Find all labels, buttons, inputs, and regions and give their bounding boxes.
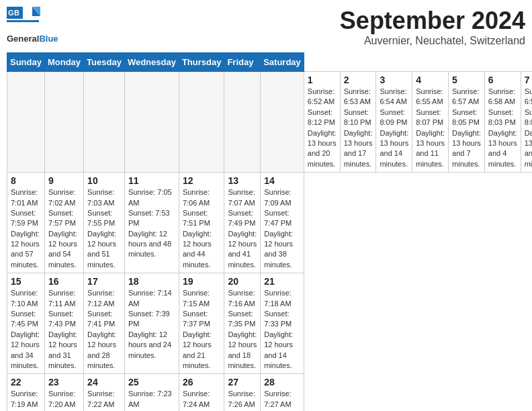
calendar-cell — [179, 72, 224, 173]
sunrise: Sunrise: 7:23 AM — [128, 390, 172, 408]
sunset: Sunset: 8:10 PM — [344, 108, 371, 126]
title-area: September 2024 Auvernier, Neuchatel, Swi… — [340, 7, 525, 47]
calendar-cell: 4 Sunrise: 6:55 AM Sunset: 8:07 PM Dayli… — [412, 72, 449, 173]
day-detail: Sunrise: 7:01 AM Sunset: 7:59 PM Dayligh… — [11, 187, 41, 270]
calendar-cell: 2 Sunrise: 6:53 AM Sunset: 8:10 PM Dayli… — [340, 72, 376, 173]
day-number: 8 — [11, 175, 41, 186]
calendar-cell — [84, 72, 125, 173]
day-detail: Sunrise: 7:12 AM Sunset: 7:41 PM Dayligh… — [87, 288, 121, 371]
calendar-cell: 13 Sunrise: 7:07 AM Sunset: 7:49 PM Dayl… — [224, 173, 261, 273]
day-number: 13 — [228, 175, 257, 186]
sunrise: Sunrise: 7:07 AM — [228, 188, 255, 206]
day-detail: Sunrise: 7:23 AM Sunset: 7:24 PM Dayligh… — [128, 389, 175, 411]
sunset: Sunset: 7:43 PM — [48, 310, 76, 328]
daylight: Daylight: 13 hours and 7 minutes. — [452, 129, 481, 168]
svg-text:G: G — [8, 9, 14, 17]
svg-rect-3 — [7, 20, 39, 22]
day-detail: Sunrise: 7:10 AM Sunset: 7:45 PM Dayligh… — [11, 288, 41, 371]
day-number: 15 — [11, 276, 41, 287]
sunset: Sunset: 7:33 PM — [264, 310, 292, 328]
sunrise: Sunrise: 7:03 AM — [87, 188, 114, 206]
day-detail: Sunrise: 6:53 AM Sunset: 8:10 PM Dayligh… — [344, 87, 373, 169]
day-detail: Sunrise: 6:52 AM Sunset: 8:12 PM Dayligh… — [308, 87, 337, 169]
sunrise: Sunrise: 7:06 AM — [183, 188, 210, 206]
sunset: Sunset: 7:39 PM — [128, 310, 170, 328]
day-detail: Sunrise: 7:16 AM Sunset: 7:35 PM Dayligh… — [228, 288, 257, 371]
day-number: 12 — [183, 175, 221, 186]
weekday-header-tuesday: Tuesday — [84, 53, 125, 72]
sunset: Sunset: 8:07 PM — [416, 108, 443, 126]
day-number: 2 — [344, 75, 373, 85]
calendar-cell: 8 Sunrise: 7:01 AM Sunset: 7:59 PM Dayli… — [7, 173, 45, 273]
day-number: 11 — [128, 175, 175, 186]
calendar-cell: 18 Sunrise: 7:14 AM Sunset: 7:39 PM Dayl… — [124, 273, 179, 374]
day-number: 5 — [452, 75, 481, 85]
calendar-cell: 15 Sunrise: 7:10 AM Sunset: 7:45 PM Dayl… — [7, 273, 45, 374]
sunrise: Sunrise: 6:54 AM — [380, 87, 406, 105]
weekday-header-friday: Friday — [224, 53, 261, 72]
sunrise: Sunrise: 7:09 AM — [264, 188, 291, 206]
sunset: Sunset: 7:41 PM — [87, 310, 115, 328]
day-number: 23 — [48, 377, 80, 387]
sunrise: Sunrise: 7:02 AM — [48, 188, 75, 206]
sunrise: Sunrise: 7:15 AM — [183, 289, 210, 307]
sunrise: Sunrise: 6:59 AM — [525, 87, 532, 105]
day-number: 17 — [87, 276, 121, 287]
sunrise: Sunrise: 6:58 AM — [488, 87, 515, 105]
day-number: 1 — [308, 75, 337, 85]
calendar-cell: 26 Sunrise: 7:24 AM Sunset: 7:22 PM Dayl… — [179, 374, 224, 411]
sunset: Sunset: 7:49 PM — [228, 209, 255, 227]
calendar-week-1: 1 Sunrise: 6:52 AM Sunset: 8:12 PM Dayli… — [7, 72, 533, 173]
day-number: 7 — [525, 75, 532, 85]
day-number: 24 — [87, 377, 121, 387]
calendar-cell: 28 Sunrise: 7:27 AM Sunset: 7:18 PM Dayl… — [261, 374, 304, 411]
calendar-cell: 24 Sunrise: 7:22 AM Sunset: 7:26 PM Dayl… — [84, 374, 125, 411]
day-number: 26 — [183, 377, 221, 387]
day-number: 3 — [380, 75, 408, 85]
sunrise: Sunrise: 7:20 AM — [48, 390, 75, 408]
day-number: 20 — [228, 276, 257, 287]
sunset: Sunset: 7:35 PM — [228, 310, 255, 328]
day-number: 19 — [183, 276, 221, 287]
daylight: Daylight: 12 hours and 57 minutes. — [11, 230, 40, 269]
calendar-cell: 21 Sunrise: 7:18 AM Sunset: 7:33 PM Dayl… — [261, 273, 304, 374]
sunrise: Sunrise: 6:52 AM — [308, 87, 335, 105]
calendar-cell: 6 Sunrise: 6:58 AM Sunset: 8:03 PM Dayli… — [484, 72, 521, 173]
daylight: Daylight: 13 hours and 11 minutes. — [416, 129, 445, 168]
calendar-cell — [224, 72, 261, 173]
calendar-cell: 14 Sunrise: 7:09 AM Sunset: 7:47 PM Dayl… — [261, 173, 304, 273]
calendar-week-2: 8 Sunrise: 7:01 AM Sunset: 7:59 PM Dayli… — [7, 173, 533, 273]
daylight: Daylight: 13 hours and 17 minutes. — [344, 129, 373, 168]
daylight: Daylight: 12 hours and 48 minutes. — [128, 230, 171, 259]
sunset: Sunset: 7:37 PM — [183, 310, 210, 328]
sunrise: Sunrise: 6:57 AM — [452, 87, 479, 105]
day-number: 27 — [228, 377, 257, 387]
sunset: Sunset: 7:45 PM — [11, 310, 38, 328]
calendar-cell: 25 Sunrise: 7:23 AM Sunset: 7:24 PM Dayl… — [124, 374, 179, 411]
weekday-header-thursday: Thursday — [179, 53, 224, 72]
daylight: Daylight: 13 hours and 14 minutes. — [380, 129, 408, 168]
calendar-cell — [124, 72, 179, 173]
calendar-cell: 27 Sunrise: 7:26 AM Sunset: 7:20 PM Dayl… — [224, 374, 261, 411]
calendar-cell: 12 Sunrise: 7:06 AM Sunset: 7:51 PM Dayl… — [179, 173, 224, 273]
day-detail: Sunrise: 7:05 AM Sunset: 7:53 PM Dayligh… — [128, 187, 175, 260]
day-detail: Sunrise: 6:55 AM Sunset: 8:07 PM Dayligh… — [416, 87, 445, 169]
daylight: Daylight: 12 hours and 41 minutes. — [228, 230, 257, 269]
daylight: Daylight: 12 hours and 51 minutes. — [87, 230, 116, 269]
sunset: Sunset: 7:59 PM — [11, 209, 38, 227]
sunrise: Sunrise: 7:22 AM — [87, 390, 114, 408]
sunrise: Sunrise: 7:27 AM — [264, 390, 291, 408]
day-number: 25 — [128, 377, 175, 387]
calendar-cell: 3 Sunrise: 6:54 AM Sunset: 8:09 PM Dayli… — [376, 72, 412, 173]
day-number: 18 — [128, 276, 175, 287]
day-detail: Sunrise: 6:59 AM Sunset: 8:01 PM Dayligh… — [525, 87, 532, 169]
sunrise: Sunrise: 7:05 AM — [128, 188, 172, 206]
sunset: Sunset: 8:03 PM — [488, 108, 516, 126]
daylight: Daylight: 12 hours and 44 minutes. — [183, 230, 212, 269]
sunrise: Sunrise: 7:14 AM — [128, 289, 172, 307]
day-number: 22 — [11, 377, 41, 387]
daylight: Daylight: 12 hours and 34 minutes. — [11, 330, 40, 369]
calendar-cell: 5 Sunrise: 6:57 AM Sunset: 8:05 PM Dayli… — [449, 72, 485, 173]
day-detail: Sunrise: 7:14 AM Sunset: 7:39 PM Dayligh… — [128, 288, 175, 361]
day-detail: Sunrise: 7:11 AM Sunset: 7:43 PM Dayligh… — [48, 288, 80, 371]
